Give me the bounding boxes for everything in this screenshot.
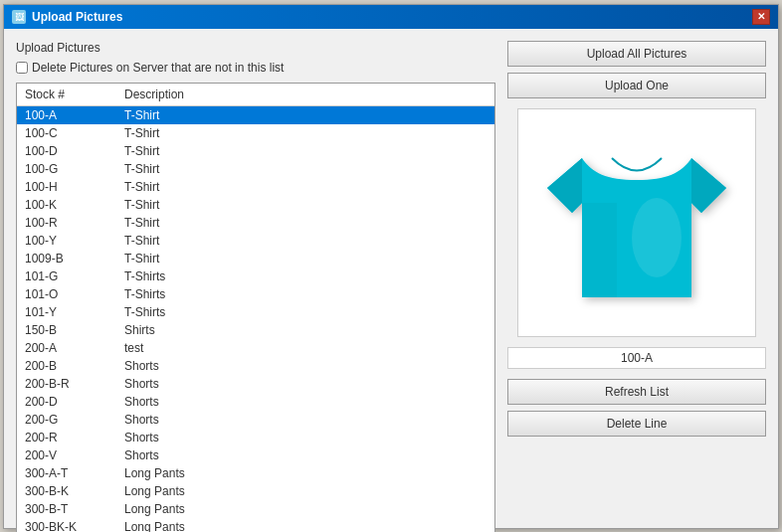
table-row[interactable]: 100-KT-Shirt [17,196,494,214]
stock-cell: 100-H [21,179,120,195]
table-row[interactable]: 101-GT-Shirts [17,267,494,285]
section-title: Upload Pictures [16,41,495,55]
col-description: Description [120,86,490,103]
checkbox-label: Delete Pictures on Server that are not i… [32,61,284,75]
bottom-buttons: Refresh List Delete Line [507,379,766,437]
svg-point-0 [632,198,682,277]
close-button[interactable]: ✕ [752,9,770,25]
table-row[interactable]: 150-BShirts [17,321,494,339]
description-cell: T-Shirt [120,107,490,123]
description-cell: Long Pants [120,483,490,499]
description-cell: Shorts [120,376,490,392]
upload-all-button[interactable]: Upload All Pictures [507,41,766,67]
table-row[interactable]: 200-RShorts [17,429,494,446]
main-window: 🖼 Upload Pictures ✕ Upload Pictures Dele… [3,4,779,529]
table-row[interactable]: 100-HT-Shirt [17,178,494,196]
description-cell: T-Shirt [120,125,490,141]
description-cell: Shirts [120,322,490,338]
stock-cell: 101-O [21,286,120,302]
stock-cell: 200-B-R [21,376,120,392]
table-row[interactable]: 100-AT-Shirt [17,106,494,124]
stock-cell: 200-D [21,394,120,410]
table-row[interactable]: 200-Atest [17,339,494,357]
table-row[interactable]: 200-VShorts [17,446,494,464]
stock-cell: 100-K [21,197,120,213]
description-cell: T-Shirts [120,268,490,284]
description-cell: T-Shirt [120,215,490,231]
stock-cell: 100-A [21,107,120,123]
description-cell: Shorts [120,412,490,428]
table-row[interactable]: 101-OT-Shirts [17,285,494,303]
upload-one-button[interactable]: Upload One [507,73,766,98]
description-cell: T-Shirt [120,251,490,266]
stock-cell: 150-B [21,322,120,338]
window-icon: 🖼 [12,10,26,24]
table-row[interactable]: 200-BShorts [17,357,494,375]
col-stock: Stock # [21,86,120,103]
table-row[interactable]: 300-BK-KLong Pants [17,518,494,533]
stock-cell: 200-G [21,412,120,428]
table-row[interactable]: 200-B-RShorts [17,375,494,393]
table-row[interactable]: 300-B-KLong Pants [17,482,494,500]
left-panel: Upload Pictures Delete Pictures on Serve… [16,41,495,533]
stock-cell: 200-A [21,340,120,356]
table-body[interactable]: 100-AT-Shirt100-CT-Shirt100-DT-Shirt100-… [17,106,494,533]
stock-cell: 100-Y [21,233,120,249]
stock-cell: 101-G [21,268,120,284]
description-cell: Shorts [120,430,490,445]
description-cell: T-Shirts [120,304,490,320]
image-caption: 100-A [507,347,766,369]
table-row[interactable]: 300-B-TLong Pants [17,500,494,518]
stock-cell: 200-B [21,358,120,374]
title-bar: 🖼 Upload Pictures ✕ [4,5,778,29]
stock-cell: 101-Y [21,304,120,320]
table-row[interactable]: 200-DShorts [17,393,494,411]
stock-cell: 100-R [21,215,120,231]
stock-cell: 300-B-K [21,483,120,499]
image-preview [517,108,756,337]
description-cell: Long Pants [120,501,490,517]
description-cell: T-Shirts [120,286,490,302]
stock-cell: 100-D [21,143,120,159]
table-row[interactable]: 101-YT-Shirts [17,303,494,321]
refresh-list-button[interactable]: Refresh List [507,379,766,405]
stock-cell: 100-G [21,161,120,177]
right-panel: Upload All Pictures Upload One [507,41,766,533]
stock-cell: 300-A-T [21,465,120,481]
stock-table: Stock # Description 100-AT-Shirt100-CT-S… [16,83,495,533]
description-cell: Shorts [120,358,490,374]
table-header: Stock # Description [17,84,494,106]
table-row[interactable]: 100-YT-Shirt [17,232,494,250]
stock-cell: 200-V [21,447,120,463]
description-cell: T-Shirt [120,197,490,213]
description-cell: T-Shirt [120,143,490,159]
description-cell: Shorts [120,447,490,463]
top-buttons: Upload All Pictures Upload One [507,41,766,98]
table-row[interactable]: 100-CT-Shirt [17,124,494,142]
stock-cell: 1009-B [21,251,120,266]
checkbox-row: Delete Pictures on Server that are not i… [16,61,495,75]
description-cell: test [120,340,490,356]
table-row[interactable]: 1009-BT-Shirt [17,250,494,267]
table-row[interactable]: 300-A-TLong Pants [17,464,494,482]
table-row[interactable]: 100-GT-Shirt [17,160,494,178]
window-title: Upload Pictures [32,10,122,24]
stock-cell: 300-B-T [21,501,120,517]
table-row[interactable]: 100-DT-Shirt [17,142,494,160]
stock-cell: 300-BK-K [21,519,120,533]
description-cell: T-Shirt [120,233,490,249]
description-cell: T-Shirt [120,179,490,195]
table-row[interactable]: 100-RT-Shirt [17,214,494,232]
table-row[interactable]: 200-GShorts [17,411,494,429]
description-cell: Long Pants [120,465,490,481]
delete-line-button[interactable]: Delete Line [507,411,766,437]
delete-checkbox[interactable] [16,62,28,74]
stock-cell: 200-R [21,430,120,445]
description-cell: Long Pants [120,519,490,533]
stock-cell: 100-C [21,125,120,141]
description-cell: Shorts [120,394,490,410]
description-cell: T-Shirt [120,161,490,177]
